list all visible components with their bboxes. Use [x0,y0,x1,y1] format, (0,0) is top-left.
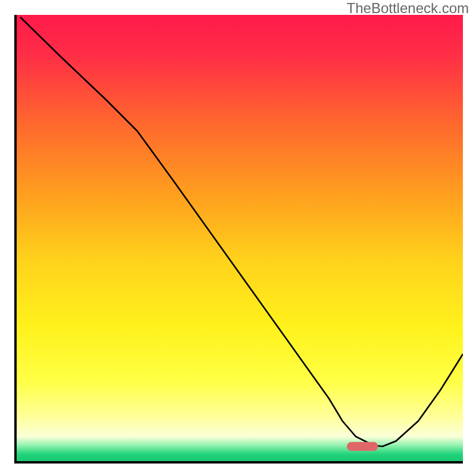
chart-frame: TheBottleneck.com [0,0,476,476]
marker-pill [17,15,463,461]
watermark-text: TheBottleneck.com [347,0,469,17]
plot-area [14,15,463,464]
svg-rect-1 [347,442,378,451]
